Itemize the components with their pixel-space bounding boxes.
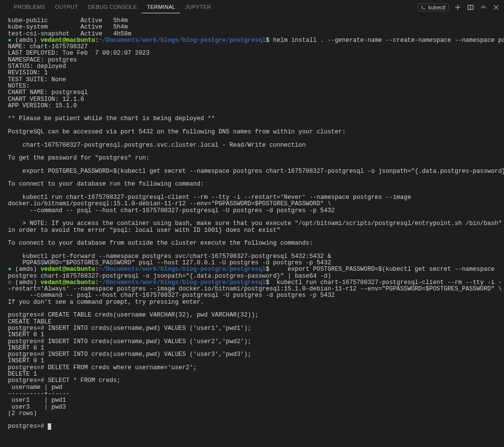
- terminal-line: kubectl port-forward --namespace postgre…: [8, 253, 331, 260]
- terminal-line: INSERT 0 1: [8, 331, 44, 338]
- terminal-line: kubectl run chart-1675708327-postgresql-…: [8, 194, 415, 207]
- tab-problems[interactable]: PROBLEMS: [9, 1, 50, 13]
- tab-jupyter[interactable]: JUPYTER: [180, 1, 216, 13]
- prompt-path: ~/Documents/work/blogs/blog-postgre/post…: [99, 266, 266, 273]
- panel-header: PROBLEMS OUTPUT DEBUG CONSOLE TERMINAL J…: [0, 0, 504, 15]
- status-dot-icon: ○: [8, 279, 11, 286]
- terminal-line: NAMESPACE: postgres: [8, 57, 77, 64]
- terminal-line: TEST SUITE: None: [8, 76, 66, 83]
- terminal-line: INSERT 0 1: [8, 357, 44, 364]
- terminal-profile-select[interactable]: kubectl: [418, 3, 449, 11]
- maximize-panel-button[interactable]: [479, 3, 487, 11]
- tab-debug-console[interactable]: DEBUG CONSOLE: [83, 1, 142, 13]
- terminal-line: CHART NAME: postgresql: [8, 89, 88, 96]
- terminal-line: REVISION: 1: [8, 69, 48, 76]
- prompt-env: (amds): [15, 266, 37, 273]
- terminal-line: PGPASSWORD="$POSTGRES_PASSWORD" psql --h…: [8, 259, 331, 266]
- tab-output[interactable]: OUTPUT: [50, 1, 83, 13]
- terminal[interactable]: kube-public Active 5h4m kube-system Acti…: [0, 15, 504, 430]
- terminal-line: postgres=# INSERT INTO creds(username,pw…: [8, 338, 251, 345]
- terminal-line: DELETE 1: [8, 371, 37, 378]
- terminal-line: export POSTGRES_PASSWORD=$(kubectl get s…: [8, 168, 504, 175]
- terminal-line: CHART VERSION: 12.1.6: [8, 96, 84, 103]
- tab-terminal[interactable]: TERMINAL: [142, 1, 180, 13]
- chevron-up-icon: [480, 4, 487, 11]
- terminal-line: ----------+------: [8, 390, 69, 397]
- terminal-line: To connect to your database run the foll…: [8, 181, 204, 188]
- terminal-line: PostgreSQL can be accessed via port 5432…: [8, 128, 346, 135]
- terminal-line: NOTES:: [8, 83, 30, 90]
- terminal-line: CREATE TABLE: [8, 319, 52, 325]
- prompt-path: ~/Documents/work/blogs/blog-postgre/post…: [99, 279, 266, 286]
- prompt-path: ~/Documents/work/blogs/blog-postgre/post…: [99, 37, 266, 44]
- terminal-line: kube-system Active 5h4m: [8, 24, 128, 31]
- terminal-line: LAST DEPLOYED: Tue Feb 7 00:02:07 2023: [8, 50, 150, 57]
- terminal-line: APP VERSION: 15.1.0: [8, 102, 77, 109]
- prompt-user: vedant@macbuntu: [40, 279, 95, 286]
- prompt-line: ● (amds) vedant@macbuntu:~/Documents/wor…: [8, 37, 504, 44]
- prompt-user: vedant@macbuntu: [40, 266, 95, 273]
- terminal-line: To connect to your database from outside…: [8, 240, 313, 247]
- terminal-line: chart-1675708327-postgresql.postgres.svc…: [8, 142, 306, 149]
- terminal-line: INSERT 0 1: [8, 345, 44, 351]
- close-panel-button[interactable]: [492, 3, 500, 11]
- terminal-line: > NOTE: If you access the container usin…: [8, 220, 504, 233]
- terminal-line: --command -- psql --host chart-167570832…: [8, 207, 335, 214]
- prompt-env: (amds): [15, 279, 37, 286]
- command-text: helm install . --generate-name --create-…: [269, 37, 504, 44]
- prompt-user: vedant@macbuntu: [40, 37, 95, 44]
- terminal-line: STATUS: deployed: [8, 63, 66, 70]
- terminal-line: postgres=# SELECT * FROM creds;: [8, 377, 121, 384]
- terminal-line: To get the password for "postgres" run:: [8, 155, 150, 161]
- terminal-line: kube-public Active 5h4m: [8, 17, 128, 24]
- prompt-line: ○ (amds) vedant@macbuntu:~/Documents/wor…: [8, 279, 502, 292]
- prompt-line: ● (amds) vedant@macbuntu:~/Documents/wor…: [8, 266, 498, 279]
- new-terminal-button[interactable]: [454, 3, 462, 11]
- terminal-profile-label: kubectl: [428, 4, 445, 10]
- panel-header-actions: kubectl: [418, 3, 500, 11]
- terminal-line: postgres=#: [8, 423, 51, 430]
- terminal-line: ** Please be patient while the chart is …: [8, 115, 215, 122]
- split-terminal-button[interactable]: [467, 3, 474, 11]
- terminal-line: test-csi-snapshot Active 4h58m: [8, 31, 131, 37]
- terminal-line: user1 | pwd1: [8, 397, 66, 404]
- terminal-line: (2 rows): [8, 410, 37, 417]
- split-icon: [467, 4, 474, 11]
- status-dot-icon: ●: [8, 266, 11, 273]
- terminal-line: --command -- psql --host chart-167570832…: [8, 292, 335, 299]
- terminal-line: NAME: chart-1675708327: [8, 43, 88, 50]
- panel-tabs: PROBLEMS OUTPUT DEBUG CONSOLE TERMINAL J…: [9, 1, 216, 13]
- status-dot-icon: ●: [8, 37, 11, 44]
- terminal-line: username | pwd: [8, 384, 69, 391]
- terminal-line: If you don't see a command prompt, try p…: [8, 299, 204, 306]
- terminal-line: postgres=# DELETE FROM creds where usern…: [8, 364, 197, 371]
- terminal-line: postgres=# CREATE TABLE creds(username V…: [8, 312, 258, 319]
- terminal-line: postgres=# INSERT INTO creds(username,pw…: [8, 351, 251, 358]
- terminal-line: user3 | pwd3: [8, 404, 66, 411]
- terminal-line: postgres=# INSERT INTO creds(username,pw…: [8, 325, 251, 332]
- close-icon: [493, 4, 500, 11]
- plus-icon: [454, 4, 461, 11]
- prompt-env: (amds): [15, 37, 37, 44]
- activity-bar-stub: [0, 15, 4, 447]
- terminal-cursor: [48, 423, 51, 430]
- terminal-icon: [420, 4, 426, 10]
